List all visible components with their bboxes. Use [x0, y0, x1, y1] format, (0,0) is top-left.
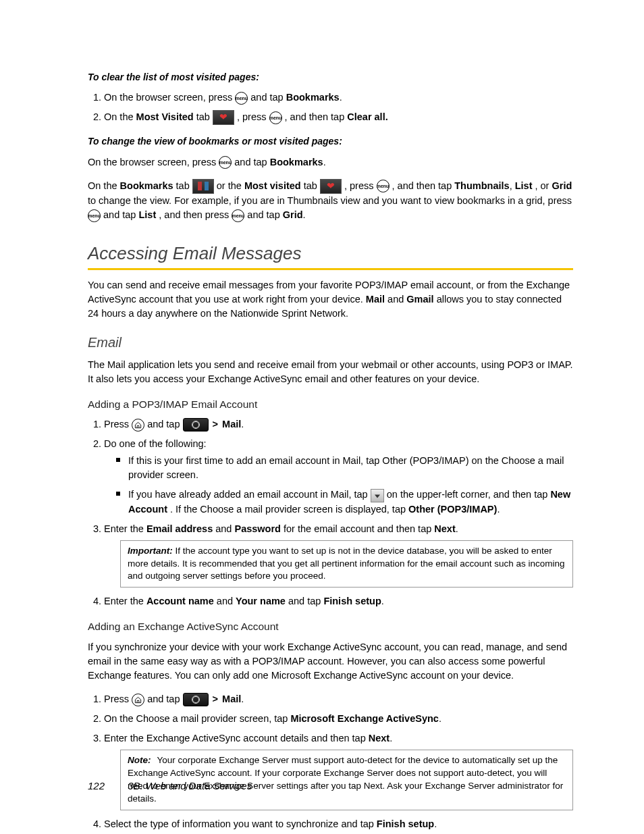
label-list: List — [138, 209, 156, 220]
label-most-visited: Most visited — [244, 180, 301, 191]
label-account-name: Account name — [146, 596, 214, 606]
text: and tap — [103, 209, 138, 220]
paragraph: On the Bookmarks tab or the Most visited… — [88, 179, 573, 222]
text: or the — [217, 180, 244, 191]
menu-icon: menu — [232, 209, 244, 222]
text: Enter the — [104, 596, 146, 606]
section-rule — [88, 268, 573, 270]
bullet: If this is your first time to add an ema… — [128, 454, 573, 482]
text: , press — [237, 111, 269, 122]
heading-pop3: Adding a POP3/IMAP Email Account — [88, 397, 573, 412]
label-bookmarks: Bookmarks — [270, 157, 323, 167]
label-thumbnails: Thumbnails — [454, 180, 509, 191]
important-text: If the account type you want to set up i… — [128, 546, 565, 581]
sub-bullets: If this is your first time to add an ema… — [104, 454, 573, 516]
heading-accessing-email: Accessing Email Messages — [88, 241, 573, 267]
important-label: Important: — [128, 545, 173, 558]
chevron-right-icon: > — [213, 694, 218, 704]
apps-button-icon — [183, 418, 209, 432]
text: Press — [104, 419, 132, 429]
step: On the Most Visited tab , press menu , a… — [104, 110, 573, 125]
steps-pop3: Press and tap > Mail. Do one of the foll… — [88, 417, 573, 608]
menu-icon: menu — [88, 209, 101, 222]
label-mail: Mail — [222, 419, 241, 429]
paragraph: If you synchronize your device with your… — [88, 640, 573, 683]
step: Enter the Exchange ActiveSync account de… — [104, 731, 573, 810]
label-next: Next — [434, 523, 455, 534]
text: If you have already added an email accou… — [128, 489, 371, 500]
text: and tap — [247, 209, 282, 220]
text: tab — [176, 180, 192, 191]
text: and tap — [147, 419, 182, 429]
paragraph: The Mail application lets you send and r… — [88, 358, 573, 386]
text: and — [215, 523, 234, 534]
label-password: Password — [234, 523, 281, 534]
text: and — [217, 596, 236, 606]
step: On the Choose a mail provider screen, ta… — [104, 712, 573, 726]
page-footer: 122 3B. Web and Data Services — [88, 779, 252, 793]
section-title: 3B. Web and Data Services — [128, 780, 252, 791]
bookmarks-tab-icon — [192, 179, 214, 194]
label-gmail: Gmail — [406, 294, 433, 305]
step: Select the type of information you want … — [104, 817, 573, 831]
page: To clear the list of most visited pages:… — [0, 0, 644, 834]
text: tab — [196, 111, 213, 122]
step: Enter the Email address and Password for… — [104, 522, 573, 588]
steps-exchange: Press and tap > Mail. On the Choose a ma… — [88, 692, 573, 831]
step: Press and tap > Mail. — [104, 692, 573, 706]
page-number: 122 — [88, 780, 105, 791]
menu-icon: menu — [377, 180, 390, 192]
text: On the Choose a mail provider screen, ta… — [104, 713, 290, 724]
home-icon — [132, 419, 144, 432]
label-grid: Grid — [552, 180, 572, 191]
important-box: Important: If the account type you want … — [120, 540, 573, 588]
apps-button-icon — [183, 693, 209, 706]
heading-email: Email — [88, 333, 573, 353]
text: , and then tap — [392, 180, 455, 191]
text: Do one of the following: — [104, 438, 207, 449]
label-email-address: Email address — [146, 523, 213, 534]
text: , and then tap — [285, 111, 348, 122]
step: Do one of the following: If this is your… — [104, 437, 573, 516]
menu-icon: menu — [269, 111, 282, 124]
steps-clear: On the browser screen, press menu and ta… — [88, 90, 573, 125]
label-mail: Mail — [366, 294, 385, 305]
text: , and then press — [159, 209, 232, 220]
label-your-name: Your name — [236, 596, 286, 606]
heading-change-view: To change the view of bookmarks or most … — [88, 134, 573, 148]
home-icon — [132, 694, 144, 706]
heading-exchange: Adding an Exchange ActiveSync Account — [88, 619, 573, 634]
text: and tap — [288, 596, 323, 606]
bullet: If you have already added an email accou… — [128, 488, 573, 516]
text: . If the Choose a mail provider screen i… — [170, 504, 408, 515]
dropdown-icon — [371, 489, 384, 502]
step: Enter the Account name and Your name and… — [104, 594, 573, 608]
text: Enter the Exchange ActiveSync account de… — [104, 733, 369, 744]
text: tab — [304, 180, 320, 191]
text: and tap — [234, 157, 269, 167]
text: and tap — [147, 694, 182, 704]
label-finish-setup: Finish setup — [377, 818, 434, 829]
menu-icon: menu — [235, 92, 248, 105]
text: Press — [104, 694, 132, 704]
text: On the — [88, 180, 120, 191]
label-finish-setup: Finish setup — [323, 596, 381, 606]
text: and tap — [250, 92, 286, 103]
text: on the upper-left corner, and then tap — [387, 489, 551, 500]
paragraph: You can send and receive email messages … — [88, 278, 573, 321]
note-label: Note: — [128, 754, 155, 767]
step: Press and tap > Mail. — [104, 417, 573, 432]
heart-tab-icon — [213, 110, 234, 125]
text: Select the type of information you want … — [104, 818, 377, 829]
label-next: Next — [369, 733, 390, 744]
label-grid: Grid — [283, 209, 303, 220]
text: to change the view. For example, if you … — [88, 195, 572, 206]
label-ms-exchange: Microsoft Exchange ActiveSync — [290, 713, 438, 724]
text: , or — [535, 180, 552, 191]
text: Enter the — [104, 523, 146, 534]
text: On the browser screen, press — [88, 157, 219, 167]
heading-clear-list: To clear the list of most visited pages: — [88, 70, 573, 84]
chevron-right-icon: > — [213, 419, 218, 429]
text: for the email account and then tap — [284, 523, 434, 534]
label-clear-all: Clear all. — [347, 111, 387, 122]
